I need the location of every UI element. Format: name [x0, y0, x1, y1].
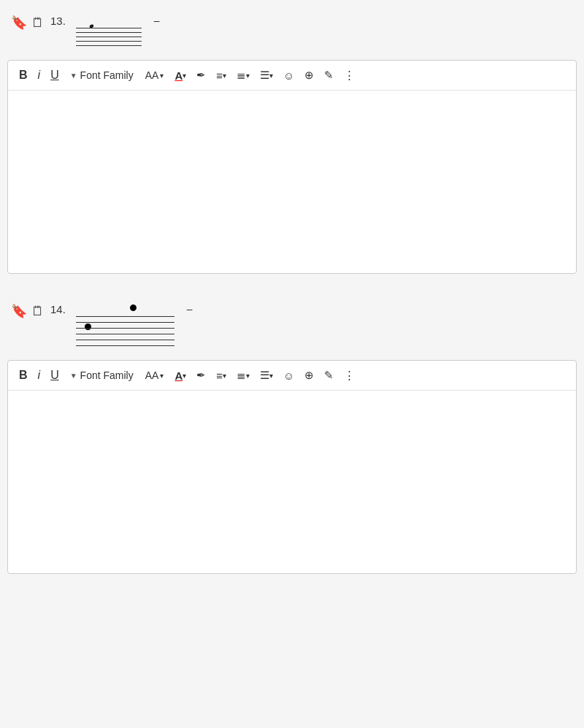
text-color-button-13[interactable]: A ▾ [171, 67, 190, 84]
staff-notation-13: 𝅗 [76, 16, 145, 54]
bullet-list-button-13[interactable]: ☰ ▾ [256, 66, 277, 84]
font-family-arrow-14: ▼ [70, 372, 77, 380]
font-family-dropdown-13[interactable]: ▼ Font Family [66, 67, 138, 83]
bookmark-icon-14[interactable]: 🔖 [11, 303, 27, 319]
text-color-icon-14: A [174, 369, 182, 382]
staff-notation-14 [76, 303, 178, 354]
staff-line-14-6 [76, 345, 174, 346]
font-family-arrow-13: ▼ [70, 72, 77, 80]
editor-14-toolbar: B i U ▼ Font Family AA ▾ A ▾ ✒ [8, 361, 576, 391]
font-size-label-14: AA [145, 369, 159, 381]
staff-line-13-1 [76, 28, 142, 28]
staff-line-14-4 [76, 334, 174, 334]
emoji-button-14[interactable]: ☺ [280, 367, 298, 384]
highlight-button-13[interactable]: ✒ [193, 66, 210, 84]
staff-line-14-1 [76, 316, 174, 317]
more-button-14[interactable]: ⋮ [340, 367, 358, 384]
item-13-dash: – [154, 15, 160, 26]
highlight-button-14[interactable]: ✒ [193, 367, 210, 384]
link-icon-14: ⊕ [304, 369, 314, 382]
item-14-number: 14. [50, 303, 66, 315]
emoji-icon-13: ☺ [283, 69, 294, 82]
item-13-number: 13. [50, 15, 66, 27]
item-13-header: 🔖 🗒 13. 𝅗 – [0, 7, 584, 60]
more-icon-14: ⋮ [344, 369, 355, 382]
editor-13-toolbar: B i U ▼ Font Family AA ▾ A ▾ ✒ [8, 61, 576, 91]
note-icon-14[interactable]: 🗒 [31, 304, 45, 319]
bullet-list-icon-13: ☰ [260, 69, 269, 82]
font-size-dropdown-13[interactable]: AA ▾ [141, 67, 169, 83]
page-container: 🔖 🗒 13. 𝅗 – B i U [0, 0, 584, 603]
align-button-14[interactable]: ≡ ▾ [212, 367, 230, 384]
italic-button-13[interactable]: i [34, 66, 45, 84]
emoji-icon-14: ☺ [283, 369, 294, 382]
more-button-13[interactable]: ⋮ [340, 66, 358, 84]
bookmark-icon-13[interactable]: 🔖 [11, 15, 27, 31]
highlight-icon-13: ✒ [196, 69, 206, 82]
link-button-14[interactable]: ⊕ [301, 367, 318, 384]
editor-14-content[interactable] [8, 391, 576, 573]
note-icon-13[interactable]: 🗒 [31, 15, 45, 31]
pencil-button-13[interactable]: ✎ [320, 66, 337, 84]
font-family-label-14: Font Family [80, 369, 134, 381]
font-family-label-13: Font Family [80, 69, 134, 81]
staff-line-13-2 [76, 32, 142, 33]
font-size-label-13: AA [145, 69, 159, 81]
pencil-icon-13: ✎ [324, 69, 334, 82]
staff-line-13-3 [76, 37, 142, 37]
bullet-list-icon-14: ☰ [260, 369, 269, 382]
align-icon-13: ≡ [216, 69, 223, 82]
align-icon-14: ≡ [216, 369, 223, 382]
item-14-dash: – [187, 303, 193, 315]
bullet-list-button-14[interactable]: ☰ ▾ [256, 367, 277, 384]
staff-line-13-4 [76, 41, 142, 42]
font-size-arrow-14: ▾ [160, 372, 164, 380]
staff-line-13-5 [76, 45, 142, 46]
bold-button-14[interactable]: B [15, 367, 31, 384]
underline-button-14[interactable]: U [47, 367, 63, 384]
italic-button-14[interactable]: i [34, 367, 45, 384]
pencil-icon-14: ✎ [324, 369, 334, 382]
font-family-dropdown-14[interactable]: ▼ Font Family [66, 367, 138, 383]
link-icon-13: ⊕ [304, 69, 314, 82]
item-14-block: 🔖 🗒 14. – B [0, 296, 584, 574]
link-button-13[interactable]: ⊕ [301, 66, 318, 84]
emoji-button-13[interactable]: ☺ [280, 67, 298, 84]
upper-note-14 [129, 304, 137, 311]
item-13-icons: 🔖 🗒 [11, 15, 45, 31]
font-size-arrow-13: ▾ [160, 72, 164, 80]
editor-13-content[interactable] [8, 91, 576, 273]
ordered-list-button-13[interactable]: ≣ ▾ [233, 66, 253, 84]
item-14-header: 🔖 🗒 14. – [0, 296, 584, 360]
staff-line-14-3 [76, 328, 174, 329]
highlight-icon-14: ✒ [196, 369, 206, 382]
lower-note-14 [85, 323, 91, 330]
ordered-list-icon-14: ≣ [237, 369, 246, 382]
align-button-13[interactable]: ≡ ▾ [212, 67, 230, 84]
staff-line-14-5 [76, 340, 174, 340]
item-14-icons: 🔖 🗒 [11, 303, 45, 319]
ordered-list-icon-13: ≣ [237, 69, 246, 82]
item-13-block: 🔖 🗒 13. 𝅗 – B i U [0, 7, 584, 274]
editor-13: B i U ▼ Font Family AA ▾ A ▾ ✒ [7, 60, 577, 274]
editor-14: B i U ▼ Font Family AA ▾ A ▾ ✒ [7, 360, 577, 574]
more-icon-13: ⋮ [344, 69, 355, 82]
text-color-icon-13: A [174, 69, 182, 82]
ordered-list-button-14[interactable]: ≣ ▾ [233, 367, 253, 384]
text-color-button-14[interactable]: A ▾ [171, 367, 190, 384]
underline-button-13[interactable]: U [47, 66, 63, 84]
font-size-dropdown-14[interactable]: AA ▾ [141, 367, 169, 383]
pencil-button-14[interactable]: ✎ [320, 367, 337, 384]
staff-line-14-2 [76, 322, 174, 323]
bold-button-13[interactable]: B [15, 66, 31, 84]
